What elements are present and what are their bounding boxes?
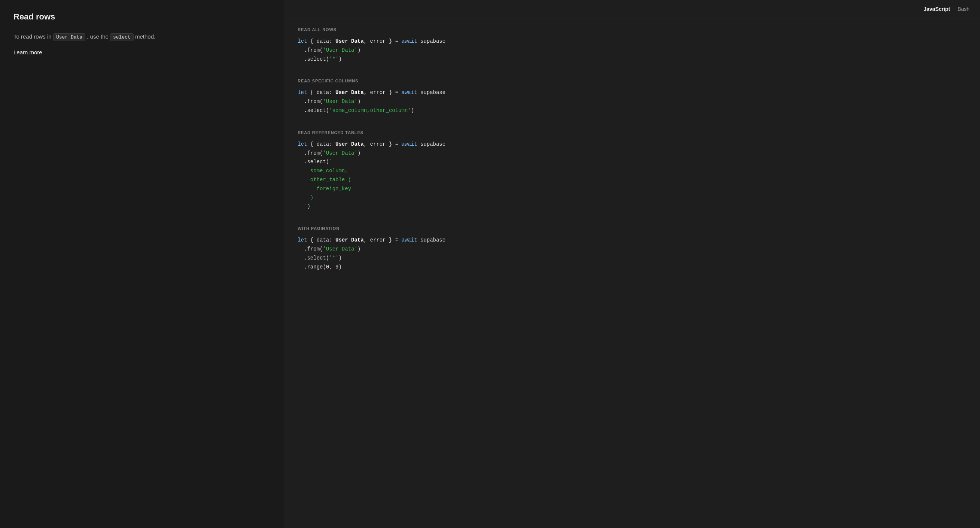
left-panel: Read rows To read rows in User Data , us…: [0, 0, 284, 528]
tab-bar: JavaScript Bash: [284, 0, 980, 18]
read-all-rows-section: READ ALL ROWS let { data: User Data, err…: [298, 27, 967, 64]
read-specific-columns-section: READ SPECIFIC COLUMNS let { data: User D…: [298, 79, 967, 115]
code-sections: READ ALL ROWS let { data: User Data, err…: [284, 18, 980, 295]
read-all-rows-label: READ ALL ROWS: [298, 27, 967, 32]
description-prefix: To read rows in: [13, 33, 52, 40]
page-title: Read rows: [13, 12, 270, 22]
description-suffix: method.: [135, 33, 155, 40]
method-name-code: select: [110, 33, 134, 41]
tab-bash[interactable]: Bash: [958, 5, 969, 13]
read-referenced-tables-label: READ REFERENCED TABLES: [298, 130, 967, 135]
description-middle: , use the: [87, 33, 108, 40]
read-referenced-tables-code: let { data: User Data, error } = await s…: [298, 140, 967, 211]
read-all-rows-code: let { data: User Data, error } = await s…: [298, 37, 967, 64]
with-pagination-code: let { data: User Data, error } = await s…: [298, 236, 967, 271]
read-referenced-tables-section: READ REFERENCED TABLES let { data: User …: [298, 130, 967, 211]
tab-javascript[interactable]: JavaScript: [923, 5, 950, 13]
description: To read rows in User Data , use the sele…: [13, 32, 270, 41]
read-specific-columns-label: READ SPECIFIC COLUMNS: [298, 79, 967, 83]
right-panel: JavaScript Bash READ ALL ROWS let { data…: [284, 0, 980, 528]
read-specific-columns-code: let { data: User Data, error } = await s…: [298, 88, 967, 115]
learn-more-link[interactable]: Learn more: [13, 49, 42, 56]
with-pagination-section: WITH PAGINATION let { data: User Data, e…: [298, 226, 967, 271]
with-pagination-label: WITH PAGINATION: [298, 226, 967, 231]
table-name-code: User Data: [53, 33, 85, 41]
